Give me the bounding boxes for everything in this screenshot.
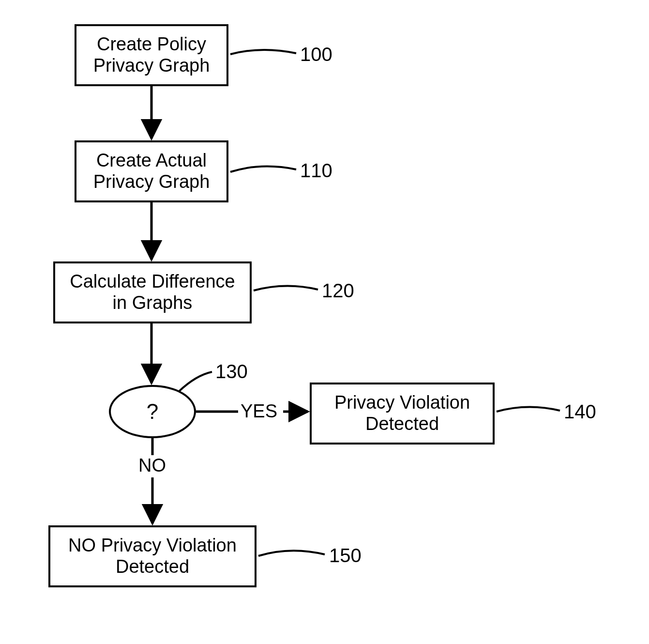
ref-label-140: 140 (564, 401, 596, 423)
edge-label-no: NO (138, 455, 166, 476)
text-line: Privacy Violation (334, 392, 470, 414)
step-privacy-violation-detected: Privacy Violation Detected (310, 383, 495, 445)
step-create-actual-graph: Create Actual Privacy Graph (75, 140, 228, 202)
step-no-privacy-violation-detected: NO Privacy Violation Detected (48, 525, 257, 587)
step-create-policy-graph: Create Policy Privacy Graph (75, 24, 228, 86)
ref-label-120: 120 (322, 280, 354, 302)
text-line: in Graphs (70, 292, 235, 314)
decision-node: ? (109, 385, 196, 438)
text-line: Detected (68, 556, 237, 578)
text-line: Privacy Graph (93, 171, 210, 193)
step-calculate-difference: Calculate Difference in Graphs (53, 261, 252, 323)
text-line: Detected (334, 414, 470, 435)
text-line: Calculate Difference (70, 271, 235, 292)
text-line: Create Policy (93, 34, 210, 55)
ref-label-130: 130 (215, 361, 248, 383)
text-line: Privacy Graph (93, 55, 210, 77)
flowchart-canvas: Create Policy Privacy Graph Create Actua… (0, 0, 649, 644)
text-line: NO Privacy Violation (68, 535, 237, 556)
ref-label-150: 150 (329, 545, 362, 567)
ref-label-100: 100 (300, 44, 332, 65)
decision-text: ? (147, 399, 158, 424)
text-line: Create Actual (93, 150, 210, 171)
ref-label-110: 110 (300, 160, 332, 182)
edge-label-yes: YES (241, 401, 277, 422)
